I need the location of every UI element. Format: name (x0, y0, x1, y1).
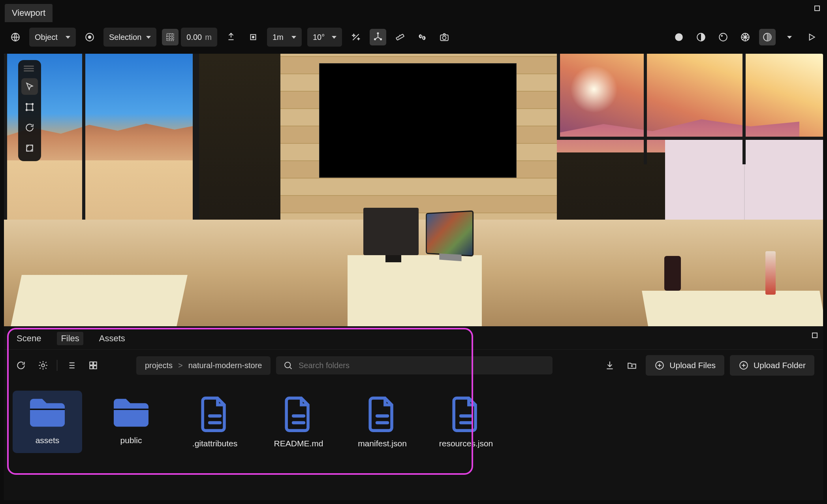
pivot-icon[interactable] (81, 29, 98, 45)
link-icon[interactable] (414, 29, 430, 45)
upload-files-button[interactable]: Upload Files (646, 355, 724, 376)
tab-assets[interactable]: Assets (95, 332, 129, 345)
shading-wire-icon[interactable] (737, 29, 754, 45)
breadcrumb-root[interactable]: projects (145, 361, 173, 370)
new-folder-icon[interactable] (624, 357, 640, 374)
chevron-down-icon (146, 36, 151, 39)
measure-icon[interactable] (392, 29, 408, 45)
play-button[interactable] (803, 29, 820, 45)
gear-icon[interactable] (35, 357, 51, 374)
svg-point-7 (374, 39, 376, 40)
svg-point-6 (380, 39, 382, 40)
expand-tool[interactable] (21, 140, 38, 156)
shading-flat-icon[interactable] (671, 29, 687, 45)
viewport-3d[interactable] (4, 54, 823, 330)
upload-folder-button[interactable]: Upload Folder (730, 355, 814, 376)
snap-vertex-icon[interactable] (223, 29, 239, 45)
grid-snap-group: 0.00 m (162, 28, 217, 47)
svg-point-5 (377, 33, 378, 34)
svg-rect-29 (94, 366, 97, 369)
svg-rect-33 (208, 414, 222, 417)
svg-point-22 (26, 109, 27, 111)
svg-point-13 (675, 33, 683, 41)
files-grid: assets public .gitattributes README.md m… (4, 381, 823, 463)
shading-smooth-icon[interactable] (693, 29, 709, 45)
pivot-mode-dropdown[interactable]: Selection (103, 28, 156, 47)
maximize-icon[interactable] (814, 6, 820, 11)
svg-point-21 (32, 103, 33, 105)
snap-angle-label: 10° (313, 33, 325, 42)
upload-folder-label: Upload Folder (754, 361, 806, 370)
breadcrumb[interactable]: projects > natural-modern-store (136, 356, 271, 375)
bottom-panel-tabs: Scene Files Assets (4, 326, 823, 350)
select-tool[interactable] (21, 78, 38, 95)
world-space-icon[interactable] (7, 29, 24, 45)
panel-tabs: Viewport (0, 0, 827, 22)
upload-icon (654, 360, 665, 370)
svg-rect-38 (376, 421, 389, 424)
tab-scene[interactable]: Scene (13, 332, 45, 345)
shading-more-dropdown[interactable] (781, 29, 798, 45)
tab-viewport[interactable]: Viewport (5, 4, 53, 22)
svg-point-25 (41, 364, 45, 367)
shading-material-icon[interactable] (759, 29, 776, 45)
snap-distance-dropdown[interactable]: 1m (267, 28, 302, 47)
chevron-down-icon (291, 36, 296, 39)
refresh-icon[interactable] (13, 357, 29, 374)
file-item[interactable]: resources.json (431, 391, 501, 453)
svg-rect-39 (459, 414, 473, 417)
viewport-toolbar: Object Selection 0.00 m 1m 10° (0, 22, 827, 52)
grid-view-icon[interactable] (85, 357, 101, 374)
gizmo-toggle[interactable] (370, 29, 386, 45)
grid-unit: m (205, 33, 212, 42)
chevron-down-icon (787, 36, 792, 39)
breadcrumb-separator: > (178, 361, 183, 370)
shading-lit-icon[interactable] (715, 29, 731, 45)
search-input[interactable] (299, 361, 546, 370)
viewport-tool-panel (18, 60, 41, 161)
folder-item[interactable]: assets (13, 391, 82, 453)
file-name-label: resources.json (439, 439, 493, 448)
svg-point-12 (443, 36, 446, 39)
scene-mullion (4, 54, 7, 247)
file-icon (363, 395, 401, 433)
file-item[interactable]: README.md (264, 391, 333, 453)
svg-point-16 (721, 35, 723, 37)
scene-mullion (557, 137, 823, 140)
svg-rect-36 (292, 421, 305, 424)
breadcrumb-leaf[interactable]: natural-modern-store (188, 361, 262, 370)
snap-angle-dropdown[interactable]: 10° (307, 28, 342, 47)
drag-handle-icon[interactable] (21, 65, 36, 72)
maximize-icon[interactable] (812, 333, 818, 338)
svg-rect-26 (90, 362, 93, 365)
scene-mullion (193, 54, 199, 247)
camera-icon[interactable] (436, 29, 453, 45)
svg-point-23 (32, 109, 33, 111)
svg-rect-28 (90, 366, 93, 369)
download-icon[interactable] (601, 357, 618, 374)
refresh-tool[interactable] (21, 119, 38, 136)
magic-wand-icon[interactable] (348, 29, 364, 45)
bottom-panel: Scene Files Assets projects > natural-mo… (4, 326, 823, 500)
pivot-mode-label: Selection (109, 33, 141, 42)
svg-point-9 (420, 35, 422, 37)
file-item[interactable]: manifest.json (348, 391, 417, 453)
transform-space-dropdown[interactable]: Object (29, 28, 76, 47)
file-item[interactable]: .gitattributes (180, 391, 250, 453)
svg-point-30 (285, 362, 291, 368)
svg-rect-40 (459, 421, 473, 424)
grid-value: 0.00 (186, 33, 202, 42)
scene-product-phone (765, 251, 776, 295)
svg-rect-27 (94, 362, 97, 365)
separator (57, 360, 57, 371)
scene-product-tv (363, 208, 419, 255)
search-folders[interactable] (276, 356, 553, 374)
folder-item[interactable]: public (96, 391, 166, 453)
list-view-icon[interactable] (63, 357, 79, 374)
bounds-tool[interactable] (21, 99, 38, 115)
grid-snap-toggle[interactable] (162, 29, 179, 45)
snap-center-icon[interactable] (245, 29, 261, 45)
tab-files[interactable]: Files (57, 332, 83, 345)
scene-tv-screen (319, 63, 517, 178)
scene-pedestal (348, 255, 482, 330)
